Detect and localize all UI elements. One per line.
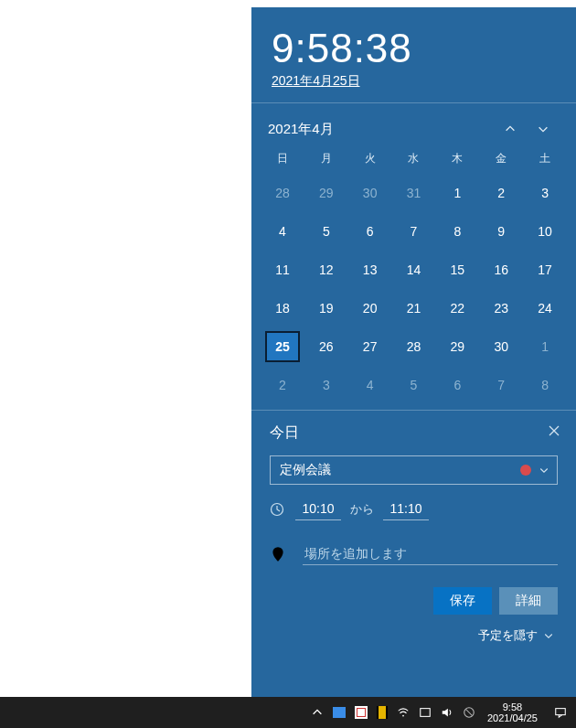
calendar-day[interactable]: 29 (304, 174, 348, 212)
tray-ime-button[interactable] (414, 697, 436, 728)
svg-marker-6 (443, 709, 448, 717)
end-time-input[interactable] (383, 498, 429, 520)
event-time-row: から (270, 498, 558, 520)
calendar-day[interactable]: 27 (348, 327, 392, 366)
calendar-day[interactable]: 31 (392, 174, 436, 212)
calendar-day[interactable]: 19 (304, 289, 348, 327)
prev-month-button[interactable] (494, 114, 527, 144)
chevron-down-icon (543, 630, 554, 641)
clock-block: 9:58:38 2021年4月25日 (251, 7, 576, 102)
clock-calendar-flyout: 9:58:38 2021年4月25日 2021年4月 日月火水木金土282930… (251, 7, 576, 697)
location-icon (270, 546, 286, 562)
taskbar-date: 2021/04/25 (487, 712, 538, 723)
calendar-day[interactable]: 4 (261, 212, 304, 251)
svg-line-8 (465, 710, 472, 716)
next-month-button[interactable] (527, 114, 560, 144)
chevron-down-icon (537, 123, 549, 135)
calendar-dow: 火 (348, 145, 392, 174)
calendar-day[interactable]: 2 (261, 366, 304, 404)
hide-agenda-label: 予定を隠す (478, 627, 538, 644)
calendar-day[interactable]: 8 (435, 212, 479, 251)
calendar-month-title[interactable]: 2021年4月 (268, 121, 334, 138)
calendar-day[interactable]: 28 (261, 174, 304, 212)
event-subject-text: 定例会議 (280, 462, 520, 478)
calendar-day[interactable]: 16 (479, 251, 523, 289)
clock-icon (270, 502, 286, 517)
calendar-day[interactable]: 28 (392, 327, 436, 366)
tray-sync-button[interactable] (458, 697, 480, 728)
calendar-day[interactable]: 9 (479, 212, 523, 251)
hide-agenda-link[interactable]: 予定を隠す (270, 627, 558, 644)
svg-rect-5 (421, 709, 431, 717)
calendar-day[interactable]: 8 (523, 366, 567, 404)
calendar-day[interactable]: 4 (348, 366, 392, 404)
tray-network-button[interactable] (392, 697, 414, 728)
clock-time: 9:58:38 (272, 26, 556, 71)
calendar-day[interactable]: 13 (348, 251, 392, 289)
tray-overflow-button[interactable] (306, 697, 328, 728)
tray-app-icon[interactable] (328, 697, 350, 728)
from-label: から (350, 501, 374, 518)
calendar-day[interactable]: 5 (304, 212, 348, 251)
calendar-day[interactable]: 26 (304, 327, 348, 366)
svg-point-4 (402, 715, 404, 717)
speaker-icon (441, 706, 453, 719)
monitor-icon (333, 707, 346, 718)
calendar-day[interactable]: 23 (479, 289, 523, 327)
start-time-input[interactable] (295, 498, 341, 520)
calendar-day[interactable]: 30 (479, 327, 523, 366)
calendar-day[interactable]: 1 (435, 174, 479, 212)
agenda-title: 今日 (270, 423, 299, 443)
calendar-dow: 金 (479, 145, 523, 174)
calendar-day[interactable]: 17 (523, 251, 567, 289)
calendar-day[interactable]: 3 (304, 366, 348, 404)
calendar-day[interactable]: 12 (304, 251, 348, 289)
calendar-day[interactable]: 18 (261, 289, 304, 327)
action-center-button[interactable] (545, 697, 576, 728)
calendar-day[interactable]: 6 (348, 212, 392, 251)
calendar-dow: 日 (261, 145, 304, 174)
calendar-dow: 木 (435, 145, 479, 174)
calendar-block: 2021年4月 日月火水木金土2829303112345678910111213… (251, 103, 576, 410)
calendar-day[interactable]: 24 (523, 289, 567, 327)
calendar-day[interactable]: 22 (435, 289, 479, 327)
calendar-day[interactable]: 21 (392, 289, 436, 327)
calendar-day-today[interactable]: 25 (261, 327, 304, 366)
calendar-day[interactable]: 3 (523, 174, 567, 212)
calendar-day[interactable]: 20 (348, 289, 392, 327)
event-location-row (270, 542, 558, 565)
calendar-day[interactable]: 15 (435, 251, 479, 289)
app-icon (377, 706, 388, 719)
ime-icon (419, 706, 432, 719)
calendar-day[interactable]: 29 (435, 327, 479, 366)
calendar-day[interactable]: 6 (435, 366, 479, 404)
event-subject-dropdown[interactable]: 定例会議 (270, 455, 558, 485)
detail-button[interactable]: 詳細 (499, 587, 558, 615)
chevron-up-icon (311, 706, 324, 719)
taskbar-clock[interactable]: 9:58 2021/04/25 (480, 701, 545, 723)
calendar-day[interactable]: 7 (392, 212, 436, 251)
calendar-day[interactable]: 30 (348, 174, 392, 212)
tray-volume-button[interactable] (436, 697, 458, 728)
location-input[interactable] (303, 542, 558, 565)
tray-app-icon[interactable] (350, 697, 372, 728)
system-tray: 9:58 2021/04/25 (306, 697, 576, 728)
tray-app-icon[interactable] (372, 697, 392, 728)
close-button[interactable] (549, 423, 560, 440)
save-button[interactable]: 保存 (433, 587, 492, 615)
taskbar-time: 9:58 (503, 701, 522, 712)
clock-date-link[interactable]: 2021年4月25日 (272, 73, 360, 90)
calendar-day[interactable]: 5 (392, 366, 436, 404)
calendar-day[interactable]: 10 (523, 212, 567, 251)
wifi-icon (397, 706, 410, 719)
calendar-grid: 日月火水木金土282930311234567891011121314151617… (261, 145, 567, 404)
calendar-header: 2021年4月 (261, 112, 567, 145)
calendar-day[interactable]: 7 (479, 366, 523, 404)
calendar-dow: 水 (392, 145, 436, 174)
calendar-day[interactable]: 1 (523, 327, 567, 366)
calendar-day[interactable]: 11 (261, 251, 304, 289)
calendar-day[interactable]: 2 (479, 174, 523, 212)
calendar-dow: 月 (304, 145, 348, 174)
calendar-day[interactable]: 14 (392, 251, 436, 289)
calendar-dow: 土 (523, 145, 567, 174)
